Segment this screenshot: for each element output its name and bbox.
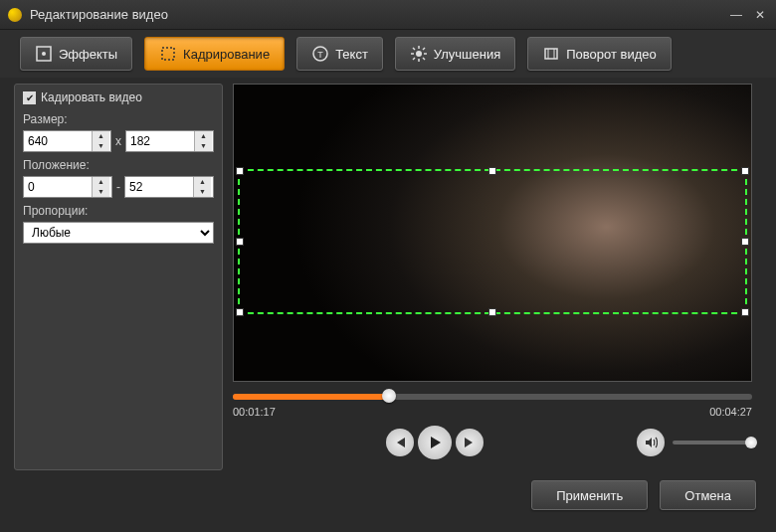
height-input[interactable] xyxy=(126,131,194,151)
video-preview[interactable] xyxy=(233,84,752,382)
height-down[interactable]: ▼ xyxy=(195,141,212,151)
height-up[interactable]: ▲ xyxy=(195,131,212,141)
footer: Применить Отмена xyxy=(0,470,776,520)
volume-thumb[interactable] xyxy=(745,437,757,448)
crop-handle-tr[interactable] xyxy=(741,167,749,175)
width-input[interactable] xyxy=(24,131,92,151)
crop-handle-ml[interactable] xyxy=(236,238,244,246)
svg-point-1 xyxy=(42,52,46,56)
posx-down[interactable]: ▼ xyxy=(93,187,109,197)
crop-rectangle[interactable] xyxy=(238,169,747,314)
aspect-select[interactable]: Любые xyxy=(23,222,214,244)
tab-crop[interactable]: Кадрирование xyxy=(144,37,285,71)
svg-rect-14 xyxy=(545,49,557,59)
posx-up[interactable]: ▲ xyxy=(93,177,109,187)
crop-panel: ✔ Кадировать видео Размер: ▲▼ x ▲▼ Полож… xyxy=(14,84,223,470)
rotate-icon xyxy=(542,45,560,63)
position-label: Положение: xyxy=(23,158,214,172)
tab-rotate[interactable]: Поворот видео xyxy=(527,37,672,71)
prev-button[interactable] xyxy=(386,429,414,456)
width-spinner[interactable]: ▲▼ xyxy=(23,130,111,152)
svg-line-10 xyxy=(413,48,415,50)
titlebar: Редактирование видео — ✕ xyxy=(0,0,776,30)
crop-checkbox[interactable]: ✔ xyxy=(23,91,36,104)
crop-handle-tc[interactable] xyxy=(488,167,496,175)
enhance-icon xyxy=(410,45,428,63)
crop-handle-bc[interactable] xyxy=(488,308,496,316)
aspect-label: Пропорции: xyxy=(23,204,214,218)
timeline-thumb[interactable] xyxy=(382,389,396,403)
svg-line-12 xyxy=(423,48,425,50)
svg-text:T: T xyxy=(317,50,323,60)
posy-input[interactable] xyxy=(125,177,193,197)
size-label: Размер: xyxy=(23,112,214,126)
svg-point-5 xyxy=(416,51,422,57)
close-button[interactable]: ✕ xyxy=(752,8,768,22)
posy-spinner[interactable]: ▲▼ xyxy=(124,176,214,198)
posy-down[interactable]: ▼ xyxy=(194,187,211,197)
height-spinner[interactable]: ▲▼ xyxy=(125,130,214,152)
posx-spinner[interactable]: ▲▼ xyxy=(23,176,112,198)
timeline-progress xyxy=(233,394,389,400)
time-total: 00:04:27 xyxy=(709,406,752,418)
next-button[interactable] xyxy=(456,429,484,456)
crop-checkbox-label: Кадировать видео xyxy=(41,90,142,104)
tab-label: Улучшения xyxy=(434,47,500,62)
cancel-button[interactable]: Отмена xyxy=(660,480,756,510)
svg-line-11 xyxy=(423,58,425,60)
posx-input[interactable] xyxy=(24,177,92,197)
effects-icon xyxy=(35,45,53,63)
tab-label: Текст xyxy=(335,47,368,62)
posy-up[interactable]: ▲ xyxy=(194,177,211,187)
crop-handle-br[interactable] xyxy=(741,308,749,316)
tab-bar: Эффекты Кадрирование T Текст Улучшения П… xyxy=(0,30,776,78)
tab-enhance[interactable]: Улучшения xyxy=(395,37,515,71)
volume-slider[interactable] xyxy=(673,441,752,444)
crop-handle-bl[interactable] xyxy=(236,308,244,316)
size-separator: x xyxy=(115,134,121,148)
position-separator: - xyxy=(116,180,120,194)
svg-line-13 xyxy=(413,58,415,60)
svg-rect-2 xyxy=(162,48,174,60)
time-current: 00:01:17 xyxy=(233,406,276,418)
tab-label: Кадрирование xyxy=(183,47,270,62)
tab-label: Эффекты xyxy=(59,47,117,62)
minimize-button[interactable]: — xyxy=(728,8,744,22)
tab-effects[interactable]: Эффекты xyxy=(20,37,132,71)
width-down[interactable]: ▼ xyxy=(93,141,109,151)
crop-icon xyxy=(159,45,177,63)
timeline[interactable]: 00:01:17 00:04:27 xyxy=(233,394,752,418)
crop-handle-mr[interactable] xyxy=(741,238,749,246)
volume-button[interactable] xyxy=(637,429,665,456)
play-button[interactable] xyxy=(418,426,452,459)
window-title: Редактирование видео xyxy=(30,7,728,22)
apply-button[interactable]: Применить xyxy=(531,480,648,510)
tab-label: Поворот видео xyxy=(566,47,657,62)
width-up[interactable]: ▲ xyxy=(93,131,109,141)
app-icon xyxy=(8,8,22,22)
tab-text[interactable]: T Текст xyxy=(296,37,383,71)
crop-handle-tl[interactable] xyxy=(236,167,244,175)
text-icon: T xyxy=(311,45,329,63)
